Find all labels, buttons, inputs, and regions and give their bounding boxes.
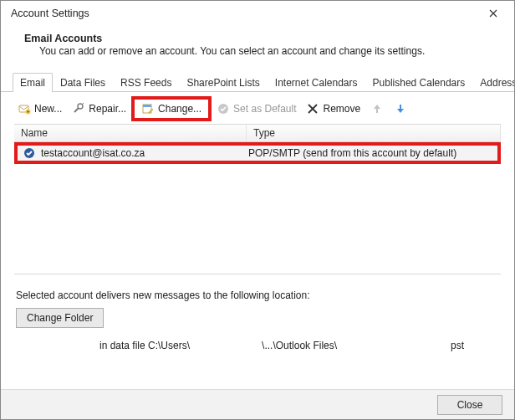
move-down-button[interactable] xyxy=(390,100,410,117)
list-body: testaccount@isat.co.za POP/SMTP (send fr… xyxy=(14,142,501,274)
check-circle-icon xyxy=(217,102,230,115)
path-suffix: pst xyxy=(451,340,464,351)
table-row[interactable]: testaccount@isat.co.za POP/SMTP (send fr… xyxy=(18,146,497,161)
arrow-up-icon xyxy=(370,102,384,115)
account-type: POP/SMTP (send from this account by defa… xyxy=(248,147,492,159)
repair-button[interactable]: Repair... xyxy=(69,100,130,117)
new-button-label: New... xyxy=(34,103,62,115)
tab-rss-feeds[interactable]: RSS Feeds xyxy=(113,73,179,92)
row-highlight: testaccount@isat.co.za POP/SMTP (send fr… xyxy=(14,142,501,164)
change-folder-button[interactable]: Change Folder xyxy=(16,308,104,328)
close-dialog-button[interactable]: Close xyxy=(437,395,502,415)
new-icon xyxy=(18,102,31,115)
toolbar: New... Repair... Change... Set as Defaul… xyxy=(1,92,514,124)
header-block: Email Accounts You can add or remove an … xyxy=(1,26,514,72)
tab-email[interactable]: Email xyxy=(13,73,53,92)
move-up-button xyxy=(367,100,387,117)
header-title: Email Accounts xyxy=(24,33,491,44)
close-button[interactable] xyxy=(481,4,506,23)
path-prefix: in data file C:\Users\ xyxy=(99,340,190,351)
tab-internet-calendars[interactable]: Internet Calendars xyxy=(268,73,365,92)
tab-address-books[interactable]: Address Books xyxy=(472,73,515,92)
remove-button-label: Remove xyxy=(323,103,360,115)
column-header-name[interactable]: Name xyxy=(14,125,247,142)
account-name: testaccount@isat.co.za xyxy=(41,147,248,159)
change-button-label: Change... xyxy=(158,103,201,115)
default-account-icon xyxy=(23,146,36,160)
list-header: Name Type xyxy=(14,124,501,142)
delivery-section: Selected account delivers new messages t… xyxy=(1,274,514,358)
change-highlight: Change... xyxy=(131,96,212,121)
window-title: Account Settings xyxy=(11,8,481,19)
repair-icon xyxy=(72,102,85,115)
tab-sharepoint-lists[interactable]: SharePoint Lists xyxy=(179,73,267,92)
new-button[interactable]: New... xyxy=(14,100,65,117)
change-icon xyxy=(141,102,155,115)
account-list: Name Type testaccount@isat.co.za POP/SMT… xyxy=(14,124,501,274)
delivery-label: Selected account delivers new messages t… xyxy=(16,289,499,301)
change-button[interactable]: Change... xyxy=(138,100,205,117)
dialog-footer: Close xyxy=(1,389,514,419)
remove-icon xyxy=(306,102,319,115)
column-header-type[interactable]: Type xyxy=(247,125,501,142)
arrow-down-icon xyxy=(394,102,407,115)
close-icon xyxy=(489,9,497,18)
tab-published-calendars[interactable]: Published Calendars xyxy=(365,73,473,92)
tab-strip: Email Data Files RSS Feeds SharePoint Li… xyxy=(1,72,514,92)
remove-button[interactable]: Remove xyxy=(303,100,364,117)
path-mid: \...\Outlook Files\ xyxy=(262,340,337,351)
set-default-button: Set as Default xyxy=(213,100,299,117)
delivery-path: in data file C:\Users\ \...\Outlook File… xyxy=(16,340,499,351)
titlebar: Account Settings xyxy=(1,1,514,26)
tab-data-files[interactable]: Data Files xyxy=(53,73,113,92)
repair-button-label: Repair... xyxy=(89,103,126,115)
header-description: You can add or remove an account. You ca… xyxy=(24,45,491,57)
set-default-label: Set as Default xyxy=(233,103,296,115)
